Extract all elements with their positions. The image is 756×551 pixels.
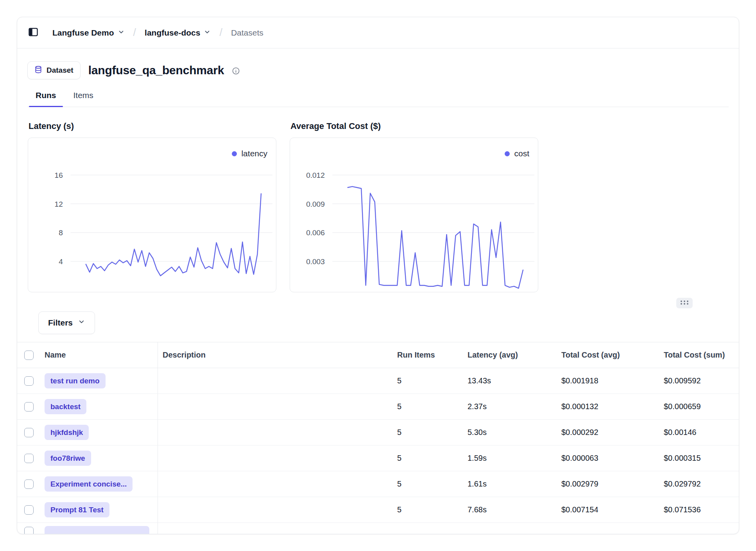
table-row[interactable]: Experiment concise... 5 1.61s $0.002979 … — [17, 471, 739, 497]
run-items-cell: 5 — [392, 471, 463, 497]
svg-text:4: 4 — [59, 258, 63, 266]
row-select-cell — [24, 523, 45, 534]
row-checkbox[interactable] — [24, 402, 34, 411]
cost-line-plot: 0.0030.0060.0090.012 — [290, 138, 538, 292]
database-icon — [34, 65, 42, 76]
total-cost-avg-cell: $0.002979 — [557, 471, 659, 497]
run-name-badge[interactable]: backtest — [45, 399, 86, 414]
latency-avg-cell: 1.59s — [463, 445, 557, 471]
run-name-cell: Experiment concise... — [45, 471, 158, 497]
sidebar-toggle-button[interactable] — [27, 27, 39, 39]
table-row[interactable]: backtest 5 2.37s $0.000132 $0.000659 — [17, 394, 739, 420]
tab-runs[interactable]: Runs — [29, 91, 63, 107]
run-description-cell — [158, 368, 392, 394]
panel-left-icon — [27, 27, 39, 39]
run-name-badge[interactable]: Prompt 81 Test — [45, 502, 109, 517]
run-description-cell — [158, 394, 392, 419]
run-name-badge[interactable] — [45, 526, 149, 534]
latency-legend: latency — [232, 149, 267, 158]
breadcrumb-datasets-link[interactable]: Datasets — [231, 28, 263, 38]
topbar: Langfuse Demo / langfuse-docs / Datasets — [17, 17, 739, 48]
run-description-cell — [158, 420, 392, 445]
latency-avg-cell: 7.68s — [463, 497, 557, 522]
table-row-partial[interactable] — [17, 523, 739, 534]
latency-avg-cell: 5.30s — [463, 420, 557, 445]
column-header-run-items[interactable]: Run Items — [392, 342, 463, 368]
row-checkbox[interactable] — [24, 428, 34, 437]
latency-chart-title: Latency (s) — [29, 121, 276, 131]
legend-label: cost — [514, 149, 529, 158]
table-header: Name Description Run Items Latency (avg)… — [17, 342, 739, 368]
chevron-down-icon — [204, 28, 211, 38]
dataset-type-badge: Dataset — [27, 61, 81, 79]
total-cost-sum-cell — [659, 523, 739, 534]
column-header-name[interactable]: Name — [45, 342, 158, 368]
drag-handle[interactable] — [676, 298, 693, 308]
column-header-latency-avg[interactable]: Latency (avg) — [463, 342, 557, 368]
table-row[interactable]: foo78riwe 5 1.59s $0.000063 $0.000315 — [17, 445, 739, 471]
row-select-cell — [24, 445, 45, 471]
breadcrumb-project[interactable]: langfuse-docs — [145, 28, 211, 38]
run-items-cell: 5 — [392, 497, 463, 522]
row-checkbox[interactable] — [24, 376, 34, 386]
filters-button[interactable]: Filters — [38, 311, 95, 334]
latency-avg-cell: 2.37s — [463, 394, 557, 419]
breadcrumb-separator: / — [133, 27, 136, 39]
row-checkbox[interactable] — [24, 454, 34, 463]
column-header-description[interactable]: Description — [158, 342, 392, 368]
run-name-badge[interactable]: hjkfdshjk — [45, 425, 89, 440]
row-checkbox[interactable] — [24, 505, 34, 515]
total-cost-sum-cell: $0.000315 — [659, 445, 739, 471]
total-cost-avg-cell: $0.007154 — [557, 497, 659, 522]
run-name-badge[interactable]: test run demo — [45, 373, 106, 388]
select-all-checkbox[interactable] — [24, 351, 34, 360]
run-name-cell — [45, 523, 158, 534]
breadcrumb-org[interactable]: Langfuse Demo — [52, 28, 125, 38]
svg-text:0.012: 0.012 — [306, 171, 325, 179]
total-cost-sum-cell: $0.000659 — [659, 394, 739, 419]
row-checkbox[interactable] — [24, 479, 34, 489]
row-select-cell — [24, 368, 45, 394]
charts-section: Latency (s) 481216 latency Average Total… — [17, 107, 739, 334]
run-items-cell: 5 — [392, 420, 463, 445]
legend-dot-icon — [232, 151, 237, 156]
run-items-cell: 5 — [392, 445, 463, 471]
total-cost-sum-cell: $0.00146 — [659, 420, 739, 445]
latency-avg-cell — [463, 523, 557, 534]
row-checkbox[interactable] — [24, 527, 34, 534]
total-cost-avg-cell: $0.000292 — [557, 420, 659, 445]
row-select-cell — [24, 497, 45, 522]
legend-label: latency — [241, 149, 267, 158]
table-row[interactable]: Prompt 81 Test 5 7.68s $0.007154 $0.0715… — [17, 497, 739, 523]
dataset-badge-label: Dataset — [47, 66, 73, 75]
breadcrumb-separator: / — [219, 27, 222, 39]
column-header-total-cost-sum[interactable]: Total Cost (sum) — [659, 342, 739, 368]
chevron-down-icon — [78, 318, 85, 327]
cost-chart-box: 0.0030.0060.0090.012 cost — [290, 138, 538, 292]
total-cost-avg-cell: $0.001918 — [557, 368, 659, 394]
filters-button-label: Filters — [48, 318, 73, 327]
run-name-badge[interactable]: foo78riwe — [45, 451, 91, 466]
latency-avg-cell: 1.61s — [463, 471, 557, 497]
run-name-cell: hjkfdshjk — [45, 420, 158, 445]
cost-chart-title: Average Total Cost ($) — [290, 121, 538, 131]
page-title: langfuse_qa_benchmark — [88, 64, 224, 77]
run-name-cell: Prompt 81 Test — [45, 497, 158, 522]
latency-chart-box: 481216 latency — [28, 138, 276, 292]
run-name-cell: test run demo — [45, 368, 158, 394]
run-name-badge[interactable]: Experiment concise... — [45, 476, 133, 492]
info-icon[interactable] — [232, 67, 240, 75]
run-name-cell: foo78riwe — [45, 445, 158, 471]
table-row[interactable]: test run demo 5 13.43s $0.001918 $0.0095… — [17, 368, 739, 394]
column-header-total-cost-avg[interactable]: Total Cost (avg) — [557, 342, 659, 368]
tab-items[interactable]: Items — [67, 91, 100, 107]
latency-line-plot: 481216 — [28, 138, 276, 292]
row-select-cell — [24, 420, 45, 445]
project-name: langfuse-docs — [145, 28, 200, 38]
total-cost-sum-cell: $0.071536 — [659, 497, 739, 522]
cost-chart: Average Total Cost ($) 0.0030.0060.0090.… — [290, 121, 538, 292]
run-items-cell: 5 — [392, 394, 463, 419]
cost-legend: cost — [505, 149, 529, 158]
table-row[interactable]: hjkfdshjk 5 5.30s $0.000292 $0.00146 — [17, 420, 739, 445]
total-cost-avg-cell: $0.000132 — [557, 394, 659, 419]
